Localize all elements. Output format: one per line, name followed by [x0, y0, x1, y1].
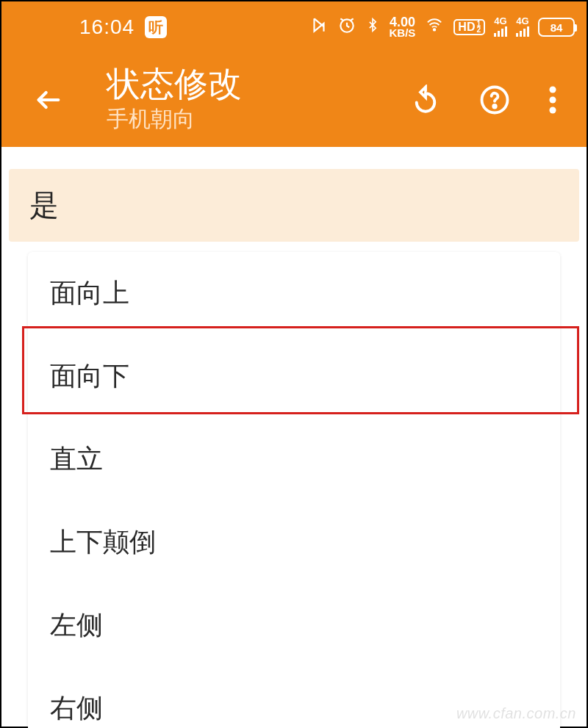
more-button[interactable]	[548, 84, 557, 115]
hd-badge: HD12	[453, 19, 485, 35]
list-item[interactable]: 左侧	[28, 584, 560, 667]
more-vertical-icon	[548, 84, 557, 115]
svg-point-4	[549, 86, 556, 93]
network-speed: 4.00 KB/S	[389, 16, 415, 38]
undo-button[interactable]	[410, 84, 441, 115]
alarm-icon	[337, 15, 356, 39]
list-item-label: 右侧	[50, 693, 103, 723]
list-item[interactable]: 上下颠倒	[28, 501, 560, 584]
status-left: 16:04 听	[79, 15, 167, 39]
help-button[interactable]	[479, 84, 510, 115]
signal-1: 4G	[494, 18, 507, 37]
list-item[interactable]: 直立	[28, 418, 560, 501]
section-header[interactable]: 是	[9, 169, 579, 242]
signal-bars-icon	[516, 25, 529, 37]
appbar-actions	[410, 84, 557, 115]
svg-point-5	[549, 96, 556, 103]
content-area: 是 面向上 面向下 直立 上下颠倒 左侧 右侧	[1, 147, 587, 728]
signal-2: 4G	[516, 18, 529, 37]
bluetooth-icon	[365, 15, 380, 39]
status-bar: 16:04 听 4.00 KB/S HD12 4G	[1, 1, 587, 53]
undo-icon	[410, 84, 441, 115]
wifi-icon	[424, 17, 445, 37]
listen-app-icon: 听	[145, 16, 167, 38]
battery-icon: 84	[538, 18, 575, 37]
nfc-icon	[309, 15, 329, 39]
back-button[interactable]	[31, 85, 66, 115]
arrow-left-icon	[34, 85, 63, 115]
list-item-label: 左侧	[50, 610, 103, 640]
app-bar: 状态修改 手机朝向	[1, 53, 587, 147]
signal-bars-icon	[494, 25, 507, 37]
list-item-label: 面向上	[50, 278, 129, 308]
appbar-titles: 状态修改 手机朝向	[107, 65, 242, 134]
watermark: www.cfan.com.cn	[456, 705, 576, 722]
page-subtitle: 手机朝向	[107, 104, 242, 134]
list-item-label: 面向下	[50, 361, 129, 391]
page-title: 状态修改	[107, 65, 242, 103]
svg-point-3	[493, 105, 496, 108]
list-item[interactable]: 面向下	[28, 335, 560, 418]
svg-point-6	[549, 107, 556, 113]
help-icon	[479, 84, 510, 115]
svg-point-1	[434, 29, 436, 31]
option-list: 面向上 面向下 直立 上下颠倒 左侧 右侧	[28, 252, 560, 728]
status-right: 4.00 KB/S HD12 4G 4G 84	[309, 15, 575, 39]
list-item-label: 上下颠倒	[50, 527, 156, 557]
screen-frame: 16:04 听 4.00 KB/S HD12 4G	[0, 0, 588, 728]
list-item-label: 直立	[50, 444, 103, 474]
list-item[interactable]: 面向上	[28, 252, 560, 335]
status-time: 16:04	[79, 15, 135, 39]
